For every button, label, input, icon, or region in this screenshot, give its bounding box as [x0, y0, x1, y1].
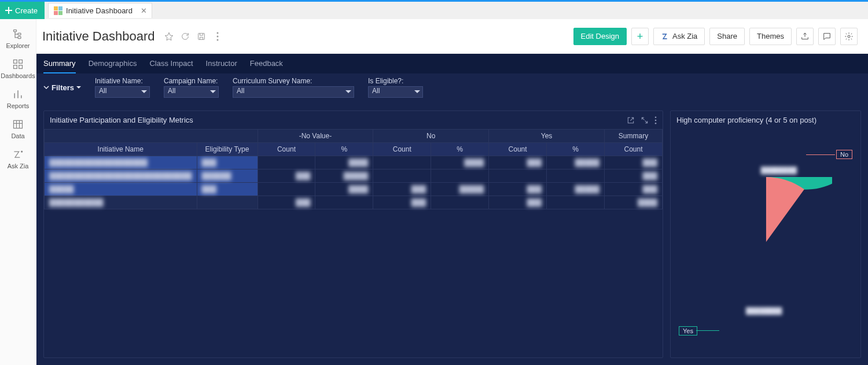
svg-rect-6: [19, 65, 23, 69]
create-label: Create: [15, 6, 38, 15]
header: Initiative Dashboard Edit Design + Ask Z…: [36, 19, 868, 54]
filter-label: Campaign Name:: [164, 77, 219, 85]
svg-rect-9: [198, 33, 205, 39]
reports-icon: [12, 89, 24, 100]
svg-point-10: [217, 32, 219, 34]
svg-rect-0: [14, 30, 17, 32]
svg-rect-2: [18, 36, 21, 38]
pie-label-no: No: [836, 150, 852, 159]
sidebar-item-label: Explorer: [6, 42, 30, 49]
svg-point-16: [655, 122, 657, 124]
tab-summary[interactable]: Summary: [43, 54, 76, 73]
filter-initiative-name: Initiative Name: All: [95, 77, 150, 98]
filter-campaign-name: Campaign Name: All: [164, 77, 219, 98]
create-button[interactable]: Create: [0, 2, 45, 19]
svg-rect-4: [19, 60, 23, 64]
svg-point-15: [655, 119, 657, 121]
svg-rect-7: [14, 120, 23, 128]
workspace-tab[interactable]: Initiative Dashboard ✕: [48, 3, 152, 18]
table-row[interactable]: ████████████████████████████████████████…: [45, 156, 663, 169]
panel-title: High computer proficiency (4 or 5 on pos…: [676, 116, 816, 124]
filter-curriculum-survey: Curriculum Survey Name: All: [233, 77, 354, 98]
ask-zia-button[interactable]: Ask Zia: [653, 28, 705, 45]
more-icon[interactable]: [654, 116, 657, 124]
pie-chart: No Yes ████████ ████████: [671, 129, 860, 357]
sidebar-item-dashboards[interactable]: Dashboards: [0, 54, 36, 84]
tab-feedback[interactable]: Feedback: [250, 54, 283, 73]
chevron-down-icon: [43, 84, 49, 90]
themes-button[interactable]: Themes: [749, 28, 792, 45]
filter-is-eligible: Is Eligible?: All: [368, 77, 423, 98]
filters-toggle[interactable]: Filters: [43, 83, 81, 92]
filter-label: Initiative Name:: [95, 77, 150, 85]
explorer-icon: [12, 28, 24, 40]
share-button[interactable]: Share: [709, 28, 745, 45]
sidebar-item-label: Dashboards: [1, 72, 35, 79]
sidebar-item-askzia[interactable]: Ask Zia: [0, 144, 36, 174]
open-icon[interactable]: [627, 116, 635, 124]
filter-select[interactable]: All: [164, 86, 219, 98]
dashboards-icon: [12, 58, 24, 70]
filter-select[interactable]: All: [95, 86, 150, 98]
filter-bar: Filters Initiative Name: All Campaign Na…: [36, 73, 868, 104]
svg-point-11: [217, 35, 219, 37]
table-row[interactable]: ████████████████████████: [45, 196, 663, 209]
table-row[interactable]: ████████████████████████████████████████…: [45, 169, 663, 183]
panel-title: Initiative Participation and Eligibility…: [50, 116, 193, 124]
tab-instructor[interactable]: Instructor: [206, 54, 237, 73]
sidebar-item-label: Ask Zia: [8, 163, 29, 169]
sidebar: Explorer Dashboards Reports Data Ask Zia: [0, 19, 36, 365]
svg-point-13: [848, 35, 850, 38]
plus-icon: [5, 6, 13, 14]
export-button[interactable]: [796, 28, 814, 45]
settings-button[interactable]: [840, 28, 858, 45]
svg-point-14: [655, 116, 657, 118]
nav-tabs: Summary Demographics Class Impact Instru…: [36, 54, 868, 73]
table-panel: Initiative Participation and Eligibility…: [43, 110, 663, 358]
zia-icon: [12, 149, 24, 160]
table-row[interactable]: ███████████████████████████████: [45, 183, 663, 196]
metrics-table: -No Value- No Yes Summary Initiative Nam…: [44, 129, 663, 209]
sidebar-item-explorer[interactable]: Explorer: [0, 24, 36, 54]
caret-down-icon: [76, 85, 81, 90]
page-title: Initiative Dashboard: [42, 29, 155, 44]
pie-panel: High computer proficiency (4 or 5 on pos…: [670, 110, 861, 358]
sidebar-item-label: Data: [11, 132, 24, 139]
filter-select[interactable]: All: [368, 86, 423, 98]
svg-point-8: [21, 151, 23, 152]
sidebar-item-label: Reports: [7, 102, 30, 109]
comment-button[interactable]: [818, 28, 836, 45]
tab-demographics[interactable]: Demographics: [89, 54, 137, 73]
add-button[interactable]: +: [631, 28, 649, 45]
sidebar-item-data[interactable]: Data: [0, 114, 36, 144]
tab-title: Initiative Dashboard: [66, 6, 133, 15]
svg-point-12: [217, 39, 219, 40]
filter-label: Curriculum Survey Name:: [233, 77, 354, 85]
save-icon[interactable]: [196, 31, 207, 42]
edit-design-button[interactable]: Edit Design: [573, 28, 627, 45]
tab-classimpact[interactable]: Class Impact: [149, 54, 193, 73]
data-icon: [12, 119, 24, 130]
pie-label-yes: Yes: [679, 326, 697, 335]
svg-rect-5: [14, 65, 17, 69]
svg-rect-3: [14, 60, 17, 64]
close-icon[interactable]: ✕: [141, 6, 147, 15]
filter-label: Is Eligible?:: [368, 77, 423, 85]
zia-icon: [661, 32, 670, 41]
star-icon[interactable]: [164, 31, 174, 42]
svg-rect-1: [18, 33, 21, 35]
more-icon[interactable]: [212, 31, 223, 42]
expand-icon[interactable]: [641, 116, 649, 124]
refresh-icon[interactable]: [180, 31, 190, 42]
filter-select[interactable]: All: [233, 86, 354, 98]
sidebar-item-reports[interactable]: Reports: [0, 84, 36, 114]
dashboard-icon: [53, 6, 62, 16]
tab-strip: Create Initiative Dashboard ✕: [0, 2, 868, 19]
